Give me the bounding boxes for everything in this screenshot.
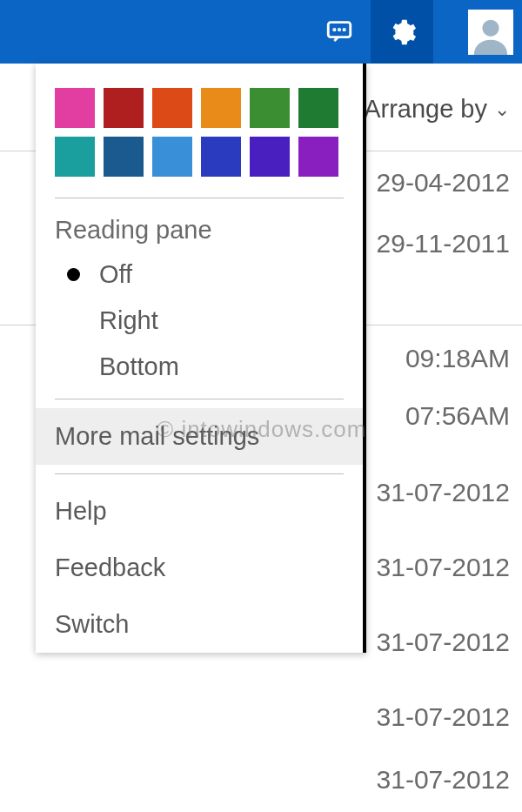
color-swatch[interactable] [152,137,192,177]
radio-label: Right [99,306,158,335]
color-swatch[interactable] [104,137,144,177]
chat-button[interactable] [308,0,371,64]
message-date[interactable]: 31-07-2012 [377,553,510,582]
radio-unselected-icon [67,360,80,373]
content-area: Arrange by ⌄ 29-04-2012 29-11-2011 09:18… [0,64,522,812]
reading-pane-off[interactable]: Off [36,252,363,298]
arrange-by-label: Arrange by [364,95,487,124]
switch-item[interactable]: Switch [36,596,363,653]
radio-unselected-icon [67,314,80,327]
settings-button[interactable] [371,0,433,64]
radio-selected-icon [67,268,80,281]
theme-color-picker [36,64,358,189]
color-swatch[interactable] [152,88,192,128]
message-date[interactable]: 29-04-2012 [377,168,510,198]
message-date[interactable]: 29-11-2011 [377,229,510,258]
chat-icon [325,17,354,47]
color-swatch[interactable] [104,88,144,128]
arrange-by-dropdown[interactable]: Arrange by ⌄ [364,95,510,124]
svg-point-3 [344,29,345,30]
color-swatch[interactable] [201,88,241,128]
reading-pane-right[interactable]: Right [36,298,363,344]
menu-divider [55,198,344,198]
avatar[interactable] [468,10,513,55]
color-swatch[interactable] [55,137,95,177]
radio-label: Bottom [99,352,179,381]
help-item[interactable]: Help [36,483,363,540]
gear-icon [387,17,417,47]
menu-divider [55,399,344,399]
color-swatch[interactable] [201,137,241,177]
message-date[interactable]: 31-07-2012 [377,478,510,507]
menu-divider [55,473,344,474]
message-time[interactable]: 09:18AM [405,344,510,373]
avatar-icon [471,15,511,55]
color-swatch[interactable] [250,137,290,177]
message-time[interactable]: 07:56AM [405,401,510,431]
color-swatch[interactable] [55,88,95,128]
settings-dropdown: Reading pane Off Right Bottom More mail … [36,64,366,653]
svg-point-1 [334,29,335,30]
reading-pane-label: Reading pane [36,207,363,252]
chevron-down-icon: ⌄ [494,98,510,121]
watermark-intowindows: © intowindows.com [157,416,366,443]
message-date[interactable]: 31-07-2012 [377,702,510,732]
svg-point-4 [482,19,499,36]
radio-label: Off [99,260,132,289]
color-swatch[interactable] [250,88,290,128]
message-date[interactable]: 31-07-2012 [377,627,510,657]
reading-pane-bottom[interactable]: Bottom [36,344,363,390]
color-swatch[interactable] [298,88,338,128]
message-date[interactable]: 31-07-2012 [377,765,510,795]
color-swatch[interactable] [298,137,338,177]
svg-point-2 [338,29,339,30]
feedback-item[interactable]: Feedback [36,540,363,596]
topbar [0,0,522,64]
